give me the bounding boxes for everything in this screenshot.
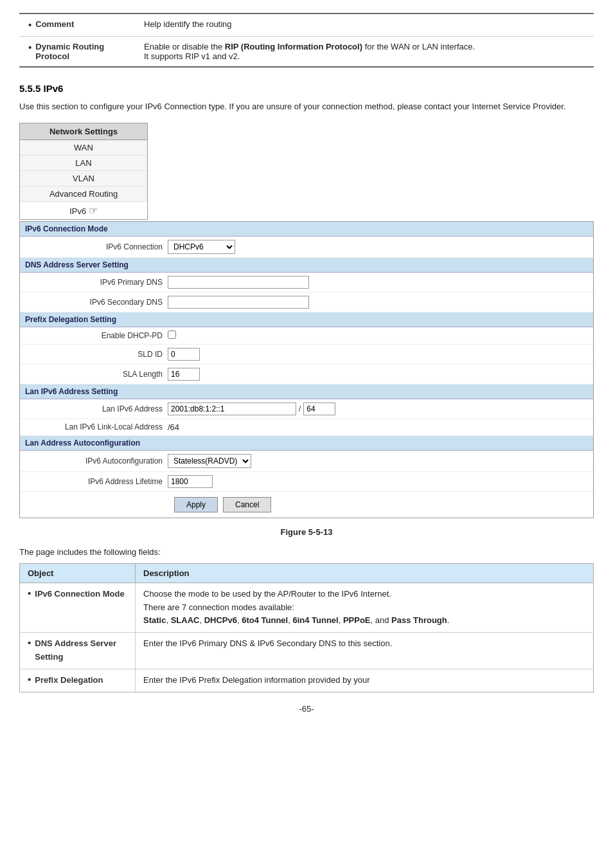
lan-ipv6-section: Lan IPv6 Address Setting (20, 384, 593, 399)
ipv6-connection-select[interactable]: DHCPv6 Static SLAAC 6to4 Tunnel 6in4 Tun… (168, 240, 235, 254)
lan-ipv6-address-label: Lan IPv6 Address (26, 404, 168, 413)
figure-caption: Figure 5-5-13 (19, 527, 594, 537)
ipv6-secondary-dns-input[interactable] (168, 296, 309, 309)
ipv6-primary-dns-input[interactable] (168, 276, 309, 289)
button-row: Apply Cancel (20, 492, 593, 518)
sla-length-input[interactable] (168, 368, 200, 381)
nav-lan[interactable]: LAN (20, 156, 147, 171)
ipv6-primary-dns-row: IPv6 Primary DNS (20, 273, 593, 293)
cancel-button[interactable]: Cancel (223, 497, 271, 512)
nav-vlan[interactable]: VLAN (20, 171, 147, 186)
col-object: Object (20, 563, 136, 583)
nav-wan[interactable]: WAN (20, 140, 147, 156)
comment-label-cell: Comment (19, 14, 135, 37)
ipv6-secondary-dns-row: IPv6 Secondary DNS (20, 293, 593, 312)
row1-desc: Choose the mode to be used by the AP/Rou… (136, 583, 594, 632)
ipv6-autoconfig-label: IPv6 Autoconfiguration (26, 457, 168, 466)
lan-ipv6-prefix-input[interactable] (303, 402, 335, 415)
bottom-table: Object Description IPv6 Connection Mode … (19, 563, 594, 692)
row1-label: IPv6 Connection Mode (20, 583, 136, 632)
sla-length-control (168, 368, 587, 381)
ipv6-lifetime-input[interactable] (168, 475, 213, 488)
sld-id-label: SLD ID (26, 350, 168, 359)
enable-dhcp-pd-control (168, 330, 587, 341)
ipv6-connection-label: IPv6 Connection (26, 242, 168, 251)
table-row: IPv6 Connection Mode Choose the mode to … (20, 583, 594, 632)
lan-ipv6-link-value: /64 (168, 422, 179, 432)
ipv6-autoconfig-row: IPv6 Autoconfiguration Stateless(RADVD) … (20, 451, 593, 472)
row3-desc: Enter the IPv6 Prefix Delegation informa… (136, 669, 594, 692)
lan-ipv6-link-control: /64 (168, 422, 587, 432)
dns-server-setting-label: DNS Address Server Setting (28, 637, 127, 664)
ipv6-connection-row: IPv6 Connection DHCPv6 Static SLAAC 6to4… (20, 237, 593, 258)
ipv6-primary-dns-control (168, 276, 587, 289)
comment-label: Comment (28, 19, 126, 31)
dynamic-routing-label: Dynamic Routing Protocol (28, 42, 126, 61)
dynamic-routing-label-cell: Dynamic Routing Protocol (19, 37, 135, 68)
lan-ipv6-address-input[interactable] (168, 402, 296, 415)
section-heading: 5.5.5 IPv6 (19, 83, 594, 94)
lan-address-auto-section: Lan Address Autoconfiguration (20, 436, 593, 451)
comment-desc: Help identify the routing (135, 14, 594, 37)
ipv6-secondary-dns-control (168, 296, 587, 309)
enable-dhcp-pd-checkbox[interactable] (168, 330, 176, 339)
row2-label: DNS Address Server Setting (20, 633, 136, 669)
sld-id-input[interactable] (168, 348, 200, 361)
row2-desc: Enter the IPv6 Primary DNS & IPv6 Second… (136, 633, 594, 669)
table-row: Prefix Delegation Enter the IPv6 Prefix … (20, 669, 594, 692)
table-row: DNS Address Server Setting Enter the IPv… (20, 633, 594, 669)
ipv6-panel: IPv6 Connection Mode IPv6 Connection DHC… (19, 221, 594, 518)
ipv6-lifetime-label: IPv6 Address Lifetime (26, 477, 168, 486)
ipv6-secondary-dns-label: IPv6 Secondary DNS (26, 298, 168, 307)
ipv6-lifetime-control (168, 475, 587, 488)
nav-advanced-routing[interactable]: Advanced Routing (20, 186, 147, 202)
sld-id-row: SLD ID (20, 345, 593, 365)
sla-length-row: SLA Length (20, 365, 593, 384)
top-info-table: Comment Help identify the routing Dynami… (19, 13, 594, 68)
prefix-delegation-label: Prefix Delegation (28, 674, 127, 687)
network-settings-header: Network Settings (20, 123, 147, 140)
row3-label: Prefix Delegation (20, 669, 136, 692)
lan-ipv6-address-row: Lan IPv6 Address / (20, 399, 593, 419)
network-layout-row: Network Settings WAN LAN VLAN Advanced R… (19, 123, 594, 220)
ipv6-autoconfig-select[interactable]: Stateless(RADVD) Stateful(DHCPv6) (168, 454, 251, 468)
lan-ipv6-link-row: Lan IPv6 Link-Local Address /64 (20, 419, 593, 436)
ipv6-connection-mode-section: IPv6 Connection Mode (20, 222, 593, 237)
ipv6-connection-control: DHCPv6 Static SLAAC 6to4 Tunnel 6in4 Tun… (168, 240, 587, 254)
ipv6-primary-dns-label: IPv6 Primary DNS (26, 278, 168, 287)
sla-length-label: SLA Length (26, 370, 168, 379)
fields-intro: The page includes the following fields: (19, 547, 594, 557)
dns-server-section: DNS Address Server Setting (20, 258, 593, 273)
ipv6-autoconfig-control: Stateless(RADVD) Stateful(DHCPv6) (168, 454, 587, 468)
page-number: -65- (19, 704, 594, 714)
col-description: Description (136, 563, 594, 583)
lan-ipv6-address-control: / (168, 402, 587, 415)
ipv6-lifetime-row: IPv6 Address Lifetime (20, 472, 593, 492)
nav-ipv6[interactable]: IPv6 ☞ (20, 202, 147, 219)
sld-id-control (168, 348, 587, 361)
prefix-delegation-section: Prefix Delegation Setting (20, 312, 593, 327)
lan-ipv6-link-label: Lan IPv6 Link-Local Address (26, 422, 168, 431)
dynamic-routing-desc: Enable or disable the RIP (Routing Infor… (135, 37, 594, 68)
network-settings-box: Network Settings WAN LAN VLAN Advanced R… (19, 123, 148, 220)
lan-ipv6-input-row: / (168, 402, 587, 415)
enable-dhcp-pd-label: Enable DHCP-PD (26, 331, 168, 340)
section-intro: Use this section to configure your IPv6 … (19, 100, 594, 114)
ipv6-connection-mode-label: IPv6 Connection Mode (28, 588, 127, 601)
apply-button[interactable]: Apply (174, 497, 218, 512)
slash-icon: / (299, 404, 301, 413)
enable-dhcp-pd-row: Enable DHCP-PD (20, 327, 593, 345)
